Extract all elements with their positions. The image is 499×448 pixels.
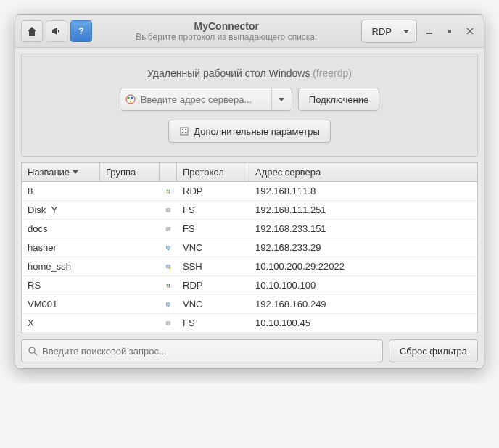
svg-point-6 <box>129 101 131 103</box>
reset-filter-label: Сброс фильтра <box>400 346 467 357</box>
table-row[interactable]: docsFS192.168.233.151 <box>22 220 477 238</box>
help-button[interactable]: ? <box>70 20 92 42</box>
protocol-icon <box>160 318 177 329</box>
address-input[interactable] <box>141 88 271 110</box>
chevron-down-icon <box>279 98 284 101</box>
protocol-icon <box>160 186 177 197</box>
column-header-address[interactable]: Адрес сервера <box>249 163 477 181</box>
svg-point-32 <box>169 284 170 286</box>
broadcast-button[interactable] <box>46 20 67 42</box>
cell-address: 10.10.100.45 <box>249 318 477 328</box>
window-title: MyConnector <box>92 20 361 32</box>
window-subtitle: Выберите протокол из выпадающего списка: <box>92 32 361 42</box>
search-input[interactable] <box>42 346 376 357</box>
protocol-icon <box>160 242 177 254</box>
home-icon <box>26 25 38 37</box>
svg-point-41 <box>167 324 168 325</box>
svg-point-22 <box>167 228 168 228</box>
protocol-icon <box>160 261 177 273</box>
reset-filter-button[interactable]: Сброс фильтра <box>389 339 478 362</box>
table-row[interactable]: home_sshSSH10.100.200.29:22022 <box>22 257 477 276</box>
cell-name: Disk_Y <box>22 204 100 215</box>
globe-icon <box>120 88 141 110</box>
svg-rect-7 <box>181 128 188 135</box>
sort-indicator-icon <box>73 170 78 174</box>
svg-point-4 <box>127 97 129 99</box>
svg-rect-17 <box>166 210 170 212</box>
svg-point-19 <box>167 211 168 212</box>
table-row[interactable]: Disk_YFS192.168.111.251 <box>22 201 477 220</box>
table-row[interactable]: VM001VNC192.168.160.249 <box>22 295 477 314</box>
cell-address: 192.168.233.151 <box>249 223 477 234</box>
maximize-icon <box>445 27 454 36</box>
cell-protocol: SSH <box>177 261 249 272</box>
svg-point-15 <box>169 191 170 193</box>
app-window: ? MyConnector Выберите протокол из выпад… <box>15 14 484 369</box>
svg-rect-20 <box>166 227 170 228</box>
connect-button[interactable]: Подключение <box>298 88 379 111</box>
svg-point-13 <box>169 190 170 191</box>
home-button[interactable] <box>21 20 43 42</box>
column-header-icon[interactable] <box>160 163 177 181</box>
settings-icon <box>179 126 189 136</box>
maximize-button[interactable] <box>442 23 458 39</box>
titlebar: ? MyConnector Выберите протокол из выпад… <box>15 15 484 48</box>
search-icon <box>28 346 38 356</box>
close-button[interactable] <box>462 23 478 39</box>
close-icon <box>466 28 474 35</box>
svg-point-18 <box>167 209 168 210</box>
column-header-group[interactable]: Группа <box>100 163 160 181</box>
svg-point-40 <box>167 322 168 323</box>
svg-point-33 <box>167 286 168 287</box>
cell-protocol: RDP <box>177 186 249 196</box>
connections-table: Название Группа Протокол Адрес сервера 8… <box>21 162 478 333</box>
protocol-description-link[interactable]: Удаленный рабочий стол Windows <box>147 67 310 79</box>
svg-point-23 <box>167 230 168 231</box>
connect-button-label: Подключение <box>309 94 368 105</box>
search-field[interactable] <box>21 339 383 362</box>
cell-name: docs <box>22 223 100 234</box>
protocol-dropdown-value: RDP <box>372 26 392 37</box>
table-row[interactable]: 8RDP192.168.111.8 <box>22 182 477 201</box>
cell-address: 192.168.111.251 <box>249 204 477 215</box>
address-dropdown-toggle[interactable] <box>271 88 292 110</box>
cell-protocol: FS <box>177 204 249 215</box>
cell-name: RS <box>22 280 100 291</box>
cell-name: 8 <box>22 186 100 196</box>
svg-rect-26 <box>168 249 169 250</box>
cell-address: 192.168.160.249 <box>249 299 477 310</box>
megaphone-icon <box>51 25 62 37</box>
table-row[interactable]: XFS10.10.100.45 <box>22 314 477 333</box>
svg-rect-39 <box>166 323 170 325</box>
address-combobox[interactable] <box>120 88 292 111</box>
cell-name: X <box>22 318 100 328</box>
svg-point-5 <box>131 97 133 99</box>
svg-point-34 <box>169 286 170 287</box>
svg-rect-21 <box>166 229 170 231</box>
protocol-dropdown[interactable]: RDP <box>361 20 417 43</box>
cell-protocol: VNC <box>177 299 249 310</box>
cell-protocol: RDP <box>177 280 249 291</box>
chevron-down-icon <box>403 30 409 33</box>
minimize-button[interactable] <box>421 23 437 39</box>
protocol-backend-label: (freerdp) <box>313 67 352 79</box>
svg-point-42 <box>29 347 35 353</box>
svg-rect-16 <box>166 208 170 210</box>
cell-protocol: FS <box>177 318 249 328</box>
column-header-name[interactable]: Название <box>22 163 100 181</box>
advanced-params-button[interactable]: Дополнительные параметры <box>168 120 331 143</box>
svg-rect-30 <box>170 267 170 268</box>
cell-address: 192.168.233.29 <box>249 242 477 253</box>
cell-name: home_ssh <box>22 261 100 272</box>
table-row[interactable]: hasherVNC192.168.233.29 <box>22 238 477 257</box>
cell-name: hasher <box>22 242 100 253</box>
protocol-icon <box>160 280 177 291</box>
svg-rect-25 <box>167 246 170 249</box>
column-header-protocol[interactable]: Протокол <box>177 163 249 181</box>
table-row[interactable]: RSRDP10.10.100.100 <box>22 276 477 295</box>
protocol-icon <box>160 204 177 216</box>
cell-protocol: FS <box>177 223 249 234</box>
cell-protocol: VNC <box>177 242 249 253</box>
svg-text:?: ? <box>78 26 83 36</box>
svg-point-31 <box>167 284 168 286</box>
